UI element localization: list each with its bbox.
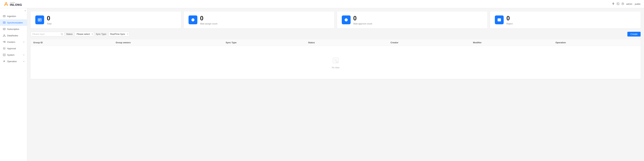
svg-point-1 <box>6 2 6 3</box>
chevron-down-icon-operation: ▾ <box>24 60 24 62</box>
svg-rect-13 <box>4 41 6 42</box>
system-icon <box>3 53 6 56</box>
cluster-icon <box>3 40 6 44</box>
sidebar: ‹ Ingestion Synchronization <box>0 8 27 161</box>
logo-icon <box>4 1 9 7</box>
stat-reject: 0 Reject <box>490 12 640 28</box>
wait-approve-icon-box <box>342 16 350 24</box>
sidebar-label-subscription: Subscription <box>7 28 19 30</box>
toolbar: Status: Please select Sync Type: RealTim… <box>30 32 640 37</box>
main-layout: ‹ Ingestion Synchronization <box>0 8 644 161</box>
sidebar-label-clusters: Clusters <box>7 41 15 43</box>
stats-row: 0 Total 0 Wait assign count <box>30 12 640 28</box>
sidebar-item-ingestion[interactable]: Ingestion <box>0 13 27 19</box>
svg-point-5 <box>622 3 623 4</box>
wait-assign-icon-box <box>188 16 197 24</box>
sync-type-label: Sync Type: <box>96 33 106 35</box>
col-sync-type: Sync Type <box>226 41 308 44</box>
location-icon[interactable] <box>612 2 615 6</box>
status-select[interactable]: Please select <box>75 32 94 36</box>
list-icon <box>3 28 6 31</box>
status-select-wrap: Please select <box>75 32 94 36</box>
empty-state: No data <box>30 46 640 79</box>
total-number: 0 <box>47 15 52 22</box>
operation-icon <box>3 60 6 63</box>
content-area: 0 Total 0 Wait assign count <box>27 8 644 161</box>
stat-total: 0 Total <box>30 12 181 28</box>
no-data-icon <box>332 56 340 65</box>
sidebar-item-datanodes[interactable]: DataNodes <box>0 32 27 39</box>
svg-point-9 <box>4 35 4 35</box>
data-table: Group ID Group owners Sync Type Status C… <box>30 39 640 79</box>
wait-approve-number: 0 <box>353 15 372 22</box>
stat-wait-assign: 0 Wait assign count <box>184 12 334 28</box>
sidebar-collapse-btn[interactable]: ‹ <box>0 8 27 13</box>
sidebar-label-ingestion: Ingestion <box>7 15 16 18</box>
sync-type-select-wrap: RealTime Sync All <box>108 32 130 36</box>
sidebar-label-synchronization: Synchronization <box>7 21 23 24</box>
chevron-down-icon-system: ▾ <box>24 54 24 56</box>
header-right: admin | public <box>612 2 640 6</box>
wait-approve-label: Wait approve count <box>353 23 372 25</box>
col-operation: Operation <box>556 41 638 44</box>
sidebar-item-subscription[interactable]: Subscription <box>0 26 27 32</box>
inbox-icon <box>3 15 6 18</box>
total-label: Total <box>47 23 52 25</box>
header-user: admin | public <box>626 3 640 5</box>
approval-icon <box>3 47 6 50</box>
search-icon[interactable] <box>61 33 63 35</box>
search-wrap <box>30 32 64 36</box>
logo: Apache INLONG <box>4 1 22 7</box>
chevron-down-icon: ▾ <box>24 41 24 43</box>
svg-rect-14 <box>4 42 6 43</box>
svg-rect-8 <box>3 28 6 30</box>
svg-rect-15 <box>3 54 6 56</box>
sidebar-item-clusters[interactable]: Clusters ▾ <box>0 39 27 45</box>
total-icon-box <box>35 16 44 24</box>
workspace: public <box>635 3 640 5</box>
svg-rect-12 <box>3 41 4 42</box>
username: admin <box>626 3 632 5</box>
app-container: Apache INLONG admin | public ‹ <box>0 0 644 161</box>
col-creator: Creator <box>390 41 473 44</box>
sidebar-item-system[interactable]: System ▾ <box>0 52 27 58</box>
svg-point-16 <box>4 55 5 55</box>
reject-number: 0 <box>506 15 513 22</box>
col-status: Status <box>308 41 391 44</box>
col-group-id: Group ID <box>33 41 116 44</box>
sidebar-label-system: System <box>7 54 14 56</box>
create-button[interactable]: Create <box>627 32 640 37</box>
col-modifier: Modifier <box>473 41 556 44</box>
sync-type-select[interactable]: RealTime Sync All <box>108 32 130 36</box>
sidebar-item-approval[interactable]: Approval <box>0 45 27 52</box>
table-header: Group ID Group owners Sync Type Status C… <box>30 39 640 46</box>
stat-wait-approve: 0 Wait approve count <box>337 12 488 28</box>
sidebar-item-operation[interactable]: Operation ▾ <box>0 58 27 65</box>
image-icon[interactable] <box>617 2 620 6</box>
user-circle-icon[interactable] <box>622 2 624 6</box>
sidebar-item-synchronization[interactable]: Synchronization <box>0 19 27 26</box>
no-data-label: No data <box>332 66 340 69</box>
app-title: INLONG <box>10 3 22 7</box>
reject-icon-box <box>495 16 504 24</box>
sync-icon <box>3 21 6 24</box>
wait-assign-number: 0 <box>200 15 218 22</box>
status-label: Status: <box>66 33 73 35</box>
nodes-icon <box>3 34 6 37</box>
search-input[interactable] <box>30 32 64 36</box>
reject-label: Reject <box>506 23 513 25</box>
wait-assign-label: Wait assign count <box>200 23 218 25</box>
header: Apache INLONG admin | public <box>0 0 644 8</box>
sidebar-label-operation: Operation <box>7 60 17 63</box>
sidebar-label-approval: Approval <box>7 47 16 50</box>
col-group-owners: Group owners <box>116 41 226 44</box>
sidebar-label-datanodes: DataNodes <box>7 34 18 37</box>
svg-point-3 <box>618 3 618 4</box>
